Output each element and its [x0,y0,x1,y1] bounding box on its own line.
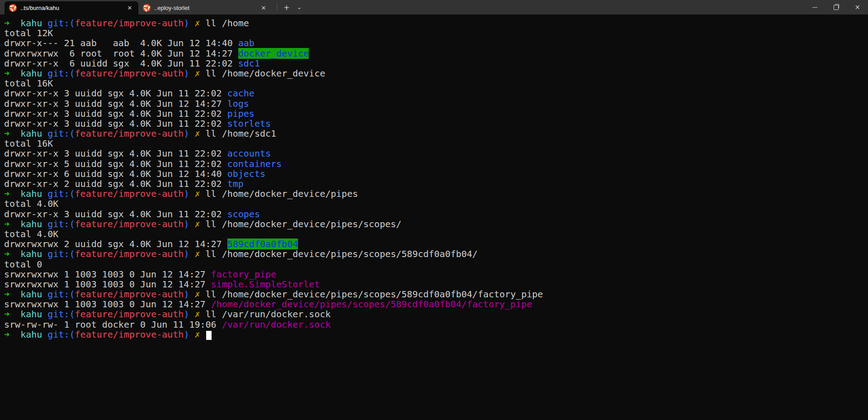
terminal-line: ➜ kahu git:(feature/improve-auth) ✗ ll /… [4,309,868,319]
output-text: drwxr-xr-x 2 uuidd sgx 4.0K Jun 11 22:02 [4,178,227,189]
directory-name: cache [227,88,255,99]
tab-close-button[interactable]: ✕ [125,3,135,13]
git-branch: feature/improve-auth [75,329,184,340]
git-suffix: ) [184,68,194,79]
git-dirty-mark: ✗ [194,188,205,199]
output-text: drwxr-xr-x 3 uuidd sgx 4.0K Jun 11 22:02 [4,88,227,99]
new-tab-button[interactable]: + [280,1,293,13]
close-button[interactable]: ✕ [847,0,868,14]
terminal-line: drwxr-xr-x 5 uuidd sgx 4.0K Jun 11 22:02… [4,159,868,169]
git-suffix: ) [184,188,194,199]
output-text: total 4.0K [4,198,58,209]
output-text: srwxrwxrwx 1 1003 1003 0 Jun 12 14:27 [4,299,211,310]
output-text: drwxr-xr-x 6 uuidd sgx 4.0K Jun 12 14:40 [4,168,227,179]
terminal-line: drwxr-xr-x 3 uuidd sgx 4.0K Jun 11 22:02… [4,119,868,129]
terminal-line: ➜ kahu git:(feature/improve-auth) ✗ ll /… [4,189,868,199]
git-dirty-mark: ✗ [194,248,205,259]
prompt-arrow: ➜ [4,18,20,29]
ubuntu-logo-icon [143,4,151,12]
terminal-screen: ➜ kahu git:(feature/improve-auth) ✗ ll /… [4,18,868,339]
prompt-user: kahu [20,128,47,139]
prompt-arrow: ➜ [4,219,20,229]
terminal-line: drwxr-xr-x 6 uuidd sgx 4.0K Jun 12 14:40… [4,169,868,179]
terminal-line: ➜ kahu git:(feature/improve-auth) ✗ ll /… [4,249,868,259]
terminal-line: drwxr-xr-x 3 uuidd sgx 4.0K Jun 11 22:02… [4,148,868,158]
terminal-line: total 4.0K [4,229,868,239]
git-dirty-mark: ✗ [194,128,205,139]
output-text: total 16K [4,138,53,149]
output-text: drwxr-xr-x 3 uuidd sgx 4.0K Jun 12 14:27 [4,98,227,109]
command-text: ll /home/sdc1 [206,128,277,139]
command-text: ll /home [206,18,249,29]
terminal-line: drwxrwxrwx 2 uuidd sgx 4.0K Jun 12 14:27… [4,239,868,249]
prompt-user: kahu [20,68,47,79]
tabbar-left-pad [0,0,5,14]
git-dirty-mark: ✗ [194,309,205,320]
command-text: ll /home/docker_device/pipes/scopes/589c… [206,248,478,259]
git-dirty-mark: ✗ [194,219,205,229]
output-text: drwxr-xr-x 3 uuidd sgx 4.0K Jun 11 22:02 [4,118,227,129]
output-text: drwxr-xr-x 6 uuidd sgx 4.0K Jun 11 22:02 [4,58,238,69]
git-branch: feature/improve-auth [75,219,184,229]
git-dirty-mark: ✗ [194,329,205,340]
directory-name: objects [227,168,265,179]
git-dirty-mark: ✗ [194,68,205,79]
directory-name: scopes [227,209,260,220]
command-text: ll /home/docker_device [206,68,326,79]
terminal-line: ➜ kahu git:(feature/improve-auth) ✗ ll /… [4,129,868,138]
git-dirty-mark: ✗ [194,18,205,29]
prompt-arrow: ➜ [4,128,20,139]
tab-close-button[interactable]: ✕ [259,3,269,13]
git-branch: feature/improve-auth [75,309,184,320]
window-controls: ✕ [804,0,868,14]
terminal-line: drwxr-xr-x 3 uuidd sgx 4.0K Jun 12 14:27… [4,99,868,109]
terminal-line: ➜ kahu git:(feature/improve-auth) ✗ ll /… [4,68,868,78]
git-prefix: git:( [47,219,75,229]
git-dirty-mark: ✗ [194,289,205,300]
prompt-user: kahu [20,219,47,229]
tab-title: ..ts/burna/kahu [20,5,121,11]
git-branch: feature/improve-auth [75,289,184,300]
restore-button[interactable] [826,0,847,14]
prompt-user: kahu [20,248,47,259]
git-branch: feature/improve-auth [75,68,184,79]
prompt-user: kahu [20,18,47,29]
directory-name: pipes [227,108,255,119]
highlighted-directory-name: docker_device [238,48,309,59]
directory-name: sdc1 [238,58,260,69]
terminal-line: ➜ kahu git:(feature/improve-auth) ✗ ll /… [4,18,868,28]
close-icon: ✕ [855,4,860,11]
git-prefix: git:( [47,248,75,259]
titlebar: ..ts/burna/kahu ✕ ..eploy-storlet ✕ + ⌄ … [0,0,868,14]
prompt-arrow: ➜ [4,188,20,199]
git-branch: feature/improve-auth [75,128,184,139]
output-text: drwxr-xr-x 3 uuidd sgx 4.0K Jun 11 22:02 [4,108,227,119]
git-branch: feature/improve-auth [75,188,184,199]
directory-name: accounts [227,148,271,159]
terminal-line: drwxrwxrwx 6 root root 4.0K Jun 12 14:27… [4,48,868,58]
tab-dropdown-button[interactable]: ⌄ [293,1,305,13]
output-text: srw-rw-rw- 1 root docker 0 Jun 11 19:06 [4,319,222,330]
git-suffix: ) [184,128,194,139]
terminal[interactable]: ➜ kahu git:(feature/improve-auth) ✗ ll /… [0,14,868,420]
terminal-line: total 0 [4,259,868,269]
tab-kahu[interactable]: ..ts/burna/kahu ✕ [5,1,138,14]
terminal-line: ➜ kahu git:(feature/improve-auth) ✗ ll /… [4,289,868,299]
terminal-line: drwxr-xr-x 3 uuidd sgx 4.0K Jun 11 22:02… [4,88,868,98]
directory-name: containers [227,158,282,169]
output-text: total 0 [4,259,42,270]
tab-deploy-storlet[interactable]: ..eploy-storlet ✕ [138,1,272,14]
git-prefix: git:( [47,309,75,320]
minimize-button[interactable] [804,0,826,14]
terminal-line: drwxr-xr-x 2 uuidd sgx 4.0K Jun 11 22:02… [4,179,868,189]
command-text: ll /home/docker_device/pipes/scopes/589c… [206,289,543,300]
output-text: srwxrwxrwx 1 1003 1003 0 Jun 12 14:27 [4,279,211,290]
git-suffix: ) [184,248,194,259]
tabbar-divider [277,4,277,11]
command-text: ll /var/run/docker.sock [206,309,331,320]
prompt-arrow: ➜ [4,248,20,259]
terminal-line: total 16K [4,138,868,148]
terminal-line: srwxrwxrwx 1 1003 1003 0 Jun 12 14:27 /h… [4,299,868,309]
directory-name: aab [238,38,255,48]
git-suffix: ) [184,18,194,29]
